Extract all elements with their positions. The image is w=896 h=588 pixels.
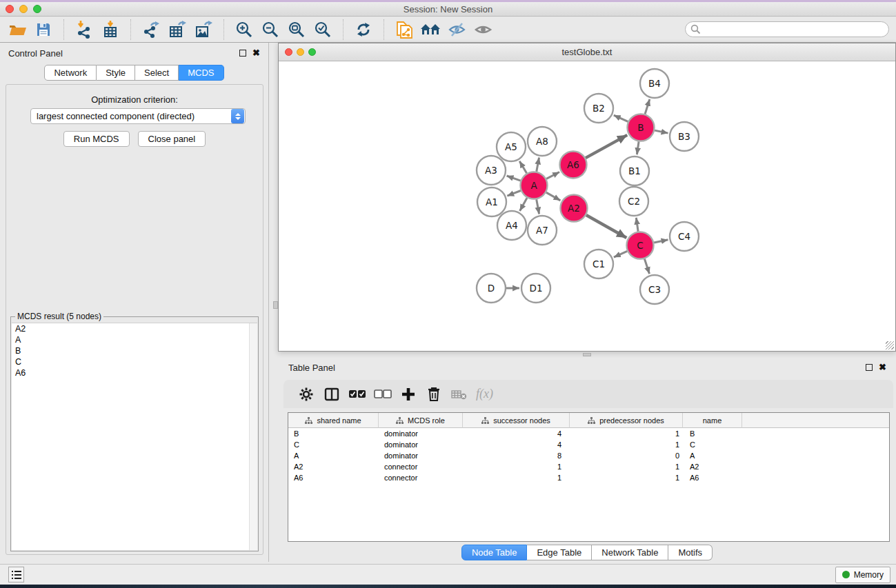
graph-node-label: C4 [678, 231, 690, 242]
import-table-icon[interactable] [97, 19, 123, 41]
graph-node-label: A7 [536, 225, 548, 236]
graph-edge-B-B1[interactable] [637, 141, 639, 154]
graph-edge-A2-C[interactable] [586, 215, 627, 238]
graph-edge-C-C3[interactable] [644, 258, 649, 274]
show-column-icon[interactable] [319, 383, 344, 406]
float-table-panel-icon[interactable] [866, 364, 873, 371]
column-header-predecessor-nodes[interactable]: predecessor nodes [570, 413, 683, 428]
mcds-panel: Optimization criterion: largest connecte… [6, 84, 263, 555]
mcds-result-list[interactable]: A2 A B C A6 [12, 323, 257, 550]
save-icon[interactable] [30, 19, 57, 41]
function-builder-icon[interactable]: f(x) [476, 387, 493, 401]
table-settings-gear-icon[interactable] [293, 383, 319, 406]
close-network-button[interactable] [285, 48, 292, 56]
column-header-mcds-role[interactable]: MCDS role [379, 413, 463, 428]
tab-motifs[interactable]: Motifs [668, 545, 713, 560]
graph-edge-C-C4[interactable] [654, 240, 668, 243]
list-item[interactable]: A [12, 334, 257, 345]
column-header-name[interactable]: name [683, 413, 742, 428]
list-item[interactable]: A2 [12, 323, 257, 334]
list-item[interactable]: C [12, 356, 257, 367]
close-panel-button[interactable]: Close panel [138, 131, 206, 147]
column-header-shared-name[interactable]: shared name [288, 413, 379, 428]
close-table-panel-icon[interactable]: ✖ [879, 364, 886, 371]
float-panel-icon[interactable] [239, 50, 246, 57]
network-graph[interactable]: AA1A2A3A4A5A6A7A8BB1B2B3B4CC1C2C3C4DD1 [279, 62, 895, 351]
graph-edge-A-A8[interactable] [537, 158, 539, 172]
desktop-scrollbar-thumb-horizontal[interactable] [583, 353, 591, 356]
graph-node-label: A8 [536, 136, 548, 147]
import-network-icon[interactable] [71, 19, 97, 41]
control-panel: Control Panel ✖ Network Style Select MCD… [0, 43, 269, 562]
hide-eye-icon[interactable] [444, 19, 470, 41]
list-item[interactable]: A6 [12, 367, 257, 378]
export-network-icon[interactable] [138, 19, 164, 41]
export-image-icon[interactable] [190, 19, 217, 41]
zoom-fit-icon[interactable] [283, 19, 310, 41]
search-input[interactable] [685, 21, 889, 37]
graph-edge-A-A6[interactable] [546, 172, 559, 179]
zoom-network-button[interactable] [308, 48, 316, 56]
graph-edge-A-A3[interactable] [507, 176, 521, 181]
unselect-all-columns-icon[interactable] [370, 383, 395, 406]
tab-node-table[interactable]: Node Table [461, 545, 528, 560]
optimization-dropdown[interactable]: largest connected component (directed) [30, 108, 246, 124]
tab-edge-table[interactable]: Edge Table [527, 545, 592, 560]
window-resize-grip[interactable] [886, 341, 894, 349]
graph-edge-A-A7[interactable] [537, 199, 539, 214]
zoom-selected-icon[interactable] [310, 19, 336, 41]
hierarchy-icon [588, 417, 595, 424]
graph-edge-C-C2[interactable] [636, 218, 638, 232]
table-row[interactable]: B dominator 4 1 B [288, 428, 889, 439]
create-column-icon[interactable] [395, 383, 421, 406]
hierarchy-icon [396, 417, 404, 424]
graph-edge-A6-B[interactable] [586, 135, 627, 158]
run-mcds-button[interactable]: Run MCDS [63, 131, 130, 147]
tab-network[interactable]: Network [44, 65, 97, 81]
table-row[interactable]: A dominator 8 0 A [288, 450, 889, 461]
network-canvas[interactable]: AA1A2A3A4A5A6A7A8BB1B2B3B4CC1C2C3C4DD1 [279, 62, 895, 351]
zoom-out-icon[interactable] [257, 19, 283, 41]
graph-edge-A-A1[interactable] [507, 191, 521, 196]
delete-table-icon[interactable] [446, 383, 472, 406]
tab-mcds[interactable]: MCDS [179, 65, 223, 81]
toolbar-separator [130, 19, 131, 40]
network-file-icon[interactable] [391, 19, 417, 41]
graph-node-label: C2 [628, 196, 640, 207]
graph-node-label: C1 [593, 258, 605, 270]
table-row[interactable]: A6 connector 1 1 A6 [288, 472, 889, 483]
column-header-successor-nodes[interactable]: successor nodes [463, 413, 570, 428]
tab-select[interactable]: Select [135, 65, 179, 81]
graph-edge-C-C1[interactable] [614, 251, 627, 257]
zoom-in-icon[interactable] [231, 19, 257, 41]
task-history-list-icon[interactable] [8, 567, 24, 582]
tab-style[interactable]: Style [97, 65, 135, 81]
refresh-icon[interactable] [350, 19, 377, 41]
close-panel-icon[interactable]: ✖ [252, 50, 260, 57]
show-eye-icon[interactable] [470, 19, 496, 41]
graph-edge-A-A5[interactable] [519, 161, 526, 174]
graph-edge-B-B2[interactable] [614, 115, 628, 121]
scrollbar-track[interactable] [249, 323, 257, 550]
export-table-icon[interactable] [164, 19, 190, 41]
graph-edge-B-B3[interactable] [655, 130, 668, 133]
tab-network-table[interactable]: Network Table [592, 545, 668, 560]
desktop-scrollbar-thumb-vertical[interactable] [273, 301, 278, 309]
open-folder-icon[interactable] [4, 19, 30, 41]
graph-edge-B-B4[interactable] [645, 99, 650, 114]
network-window-titlebar[interactable]: testGlobe.txt [279, 43, 895, 61]
minimize-network-button[interactable] [297, 48, 304, 56]
list-item[interactable]: B [12, 345, 257, 356]
home-views-icon[interactable] [417, 19, 444, 41]
select-all-columns-icon[interactable] [344, 383, 370, 406]
main-toolbar [0, 17, 896, 43]
graph-edge-A-A4[interactable] [520, 198, 528, 211]
table-row[interactable]: C dominator 4 1 C [288, 439, 889, 450]
delete-column-icon[interactable] [421, 383, 446, 406]
table-row[interactable]: A2 connector 1 1 A2 [288, 461, 889, 472]
memory-button[interactable]: Memory [835, 567, 890, 583]
graph-node-label: A5 [505, 141, 517, 152]
memory-label: Memory [854, 570, 884, 580]
table-panel-title: Table Panel [288, 363, 335, 373]
graph-edge-A-A2[interactable] [546, 192, 561, 201]
